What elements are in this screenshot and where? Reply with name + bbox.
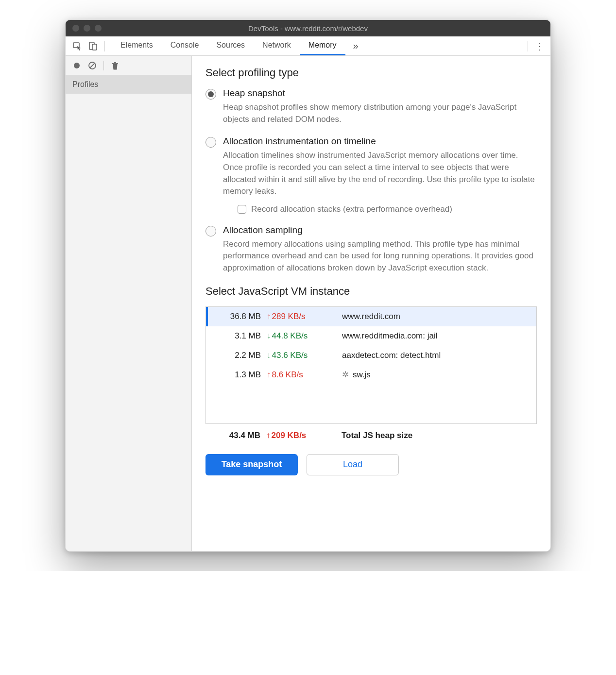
- profiling-option-desc: Allocation timelines show instrumented J…: [223, 150, 537, 198]
- profiling-option-title: Allocation sampling: [223, 225, 537, 236]
- profiles-sidebar: Profiles: [66, 56, 192, 551]
- sidebar-section-profiles[interactable]: Profiles: [66, 75, 191, 94]
- profiling-option-desc: Record memory allocations using sampling…: [223, 238, 537, 274]
- vm-instance-heading: Select JavaScript VM instance: [205, 285, 537, 298]
- action-buttons: Take snapshot Load: [205, 454, 537, 475]
- minimize-window-button[interactable]: [84, 25, 90, 32]
- panel-tabs: ElementsConsoleSourcesNetworkMemory: [112, 36, 345, 55]
- vm-rate: ↑8.6 KB/s: [267, 370, 332, 380]
- profiling-radio[interactable]: [205, 137, 216, 148]
- tab-memory[interactable]: Memory: [300, 36, 345, 55]
- vm-size: 36.8 MB: [206, 312, 267, 321]
- tab-network[interactable]: Network: [254, 36, 300, 55]
- tab-elements[interactable]: Elements: [112, 36, 162, 55]
- profiling-radio[interactable]: [205, 226, 216, 236]
- svg-rect-2: [92, 44, 97, 50]
- svg-line-5: [90, 63, 95, 68]
- gear-icon: ✲: [342, 370, 349, 380]
- tab-sources[interactable]: Sources: [207, 36, 254, 55]
- arrow-down-icon: ↓: [267, 331, 271, 341]
- sidebar-toolbar: [66, 56, 191, 75]
- arrow-up-icon: ↑: [266, 431, 271, 440]
- memory-panel-main: Select profiling type Heap snapshotHeap …: [192, 56, 550, 551]
- profiling-option: Allocation instrumentation on timelineAl…: [205, 136, 537, 214]
- tab-console[interactable]: Console: [162, 36, 208, 55]
- arrow-down-icon: ↓: [267, 351, 271, 360]
- zoom-window-button[interactable]: [95, 25, 102, 32]
- vm-rate: ↑289 KB/s: [267, 312, 332, 321]
- vm-name: www.redditmedia.com: jail: [332, 331, 531, 341]
- arrow-up-icon: ↑: [267, 370, 271, 380]
- vm-instance-row[interactable]: 2.2 MB↓43.6 KB/saaxdetect.com: detect.ht…: [206, 346, 536, 365]
- vm-size: 3.1 MB: [206, 331, 267, 341]
- arrow-up-icon: ↑: [267, 312, 271, 321]
- record-stacks-row: Record allocation stacks (extra performa…: [238, 204, 537, 214]
- divider: [103, 61, 104, 70]
- profiling-option-title: Heap snapshot: [223, 88, 537, 99]
- window-controls: [72, 25, 102, 32]
- profiling-option: Heap snapshotHeap snapshot profiles show…: [205, 88, 537, 125]
- clear-icon[interactable]: [86, 59, 99, 72]
- table-empty-space: [206, 385, 536, 423]
- vm-size: 1.3 MB: [206, 370, 267, 380]
- inspect-element-icon[interactable]: [70, 39, 84, 53]
- total-label: Total JS heap size: [332, 431, 532, 440]
- vm-name: aaxdetect.com: detect.html: [332, 351, 531, 360]
- divider: [528, 41, 528, 51]
- take-snapshot-button[interactable]: Take snapshot: [205, 454, 298, 475]
- divider: [104, 41, 105, 51]
- close-window-button[interactable]: [72, 25, 79, 32]
- vm-rate: ↓44.8 KB/s: [267, 331, 332, 341]
- record-stacks-checkbox[interactable]: [238, 205, 246, 214]
- record-stacks-label: Record allocation stacks (extra performa…: [251, 204, 452, 214]
- profiling-radio[interactable]: [205, 89, 216, 100]
- device-toolbar-icon[interactable]: [86, 39, 100, 53]
- vm-name: ✲sw.js: [332, 370, 531, 380]
- total-rate: ↑209 KB/s: [266, 431, 332, 440]
- devtools-toolbar: ElementsConsoleSourcesNetworkMemory » ⋮: [66, 36, 550, 56]
- panel-body: Profiles Select profiling type Heap snap…: [66, 56, 550, 551]
- window-titlebar: DevTools - www.reddit.com/r/webdev: [66, 20, 550, 36]
- delete-icon[interactable]: [109, 59, 121, 72]
- totals-row: 43.4 MB ↑209 KB/s Total JS heap size: [205, 424, 537, 447]
- load-button[interactable]: Load: [307, 454, 399, 475]
- vm-instance-row[interactable]: 36.8 MB↑289 KB/swww.reddit.com: [206, 307, 536, 326]
- profiling-option-desc: Heap snapshot profiles show memory distr…: [223, 101, 537, 125]
- record-icon[interactable]: [70, 59, 83, 72]
- settings-menu-icon[interactable]: ⋮: [533, 40, 547, 52]
- total-size: 43.4 MB: [205, 431, 266, 440]
- window-title: DevTools - www.reddit.com/r/webdev: [66, 24, 550, 33]
- more-tabs-icon[interactable]: »: [350, 40, 361, 51]
- profiling-option-title: Allocation instrumentation on timeline: [223, 136, 537, 147]
- profiling-type-heading: Select profiling type: [205, 67, 537, 79]
- vm-instance-row[interactable]: 3.1 MB↓44.8 KB/swww.redditmedia.com: jai…: [206, 326, 536, 346]
- vm-instance-table: 36.8 MB↑289 KB/swww.reddit.com3.1 MB↓44.…: [205, 306, 537, 424]
- svg-point-3: [74, 63, 80, 68]
- vm-rate: ↓43.6 KB/s: [267, 351, 332, 360]
- vm-name: www.reddit.com: [332, 312, 531, 321]
- vm-size: 2.2 MB: [206, 351, 267, 360]
- vm-instance-row[interactable]: 1.3 MB↑8.6 KB/s✲sw.js: [206, 365, 536, 385]
- devtools-window: DevTools - www.reddit.com/r/webdev Eleme…: [65, 19, 551, 552]
- profiling-option: Allocation samplingRecord memory allocat…: [205, 225, 537, 274]
